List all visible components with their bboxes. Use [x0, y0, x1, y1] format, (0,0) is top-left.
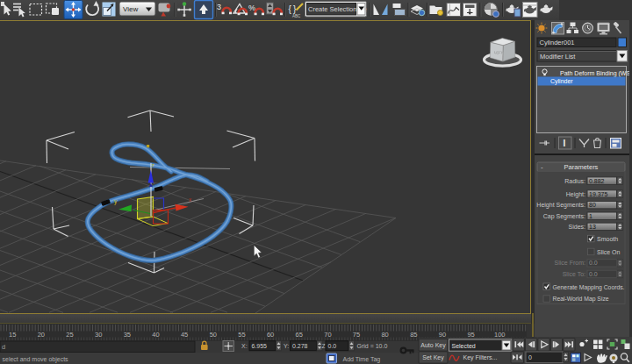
svg-text:Add Time Tag: Add Time Tag — [343, 356, 381, 363]
svg-text:Parameters: Parameters — [564, 163, 599, 171]
svg-text:{: { — [289, 4, 292, 14]
svg-text:z: z — [152, 162, 154, 168]
svg-text:Height:: Height: — [566, 191, 585, 198]
svg-text:Modifier List: Modifier List — [540, 53, 576, 61]
svg-text:Grid = 10.0: Grid = 10.0 — [357, 343, 388, 349]
svg-text:LEFT: LEFT — [494, 50, 504, 55]
svg-text:Key Filters...: Key Filters... — [463, 354, 498, 361]
svg-text:select and move objects: select and move objects — [3, 356, 69, 363]
svg-text:Cylinder001: Cylinder001 — [540, 39, 575, 46]
svg-text:0.278: 0.278 — [292, 343, 308, 349]
svg-text:Cap Segments:: Cap Segments: — [543, 213, 585, 220]
svg-text:Path Deform Binding (WS: Path Deform Binding (WS — [560, 70, 630, 77]
svg-text:View: View — [123, 5, 138, 13]
svg-text:Slice On: Slice On — [597, 249, 621, 255]
svg-text:Slice To:: Slice To: — [563, 271, 585, 277]
svg-text:-: - — [541, 163, 543, 171]
svg-text:d: d — [2, 343, 5, 351]
svg-text:Radius:: Radius: — [564, 178, 585, 184]
svg-text:Selected: Selected — [452, 343, 476, 349]
svg-text:0.882: 0.882 — [589, 178, 605, 184]
svg-text:%: % — [248, 4, 255, 12]
svg-text:Smooth: Smooth — [597, 236, 618, 242]
svg-text:6.955: 6.955 — [252, 343, 268, 349]
svg-text:80: 80 — [589, 202, 596, 208]
svg-text:X:: X: — [241, 343, 248, 349]
svg-text:ABC: ABC — [292, 14, 301, 18]
svg-text:19.375: 19.375 — [589, 191, 608, 197]
svg-text:1: 1 — [589, 213, 592, 219]
svg-text:I: I — [564, 139, 566, 148]
svg-text:Set Key: Set Key — [422, 354, 444, 361]
svg-text:13: 13 — [589, 224, 596, 230]
svg-text:Y:: Y: — [284, 343, 289, 349]
svg-text:Slice From:: Slice From: — [555, 260, 585, 266]
svg-text:0.0: 0.0 — [328, 343, 337, 349]
svg-text:Auto Key: Auto Key — [420, 342, 446, 349]
svg-text:0: 0 — [528, 354, 532, 360]
svg-text:}: } — [293, 4, 297, 14]
svg-text:Sides:: Sides: — [569, 224, 586, 230]
svg-text:0.0: 0.0 — [589, 271, 598, 277]
svg-text:Generate Mapping Coords.: Generate Mapping Coords. — [553, 284, 625, 291]
svg-text:Cylinder: Cylinder — [550, 78, 573, 85]
svg-text:0.0: 0.0 — [589, 260, 598, 266]
svg-text:Real-World Map Size: Real-World Map Size — [553, 296, 609, 303]
svg-text:3: 3 — [217, 3, 221, 11]
svg-text:Height Segments:: Height Segments: — [536, 202, 585, 209]
